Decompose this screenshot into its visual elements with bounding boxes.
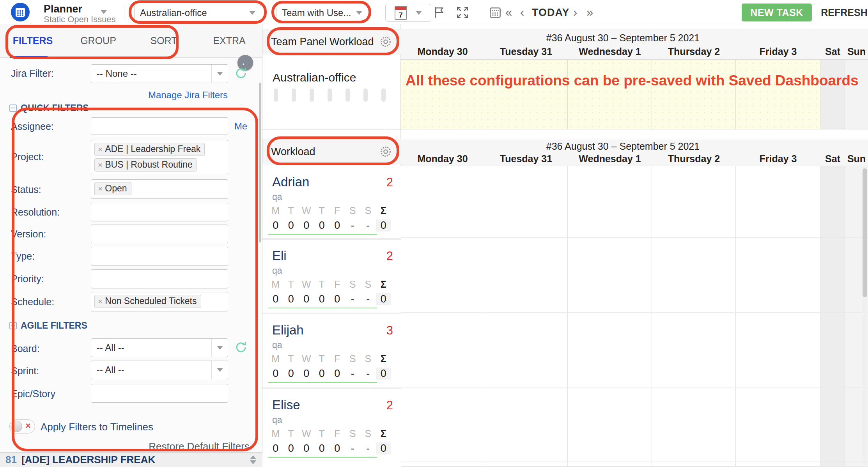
version-input[interactable]	[91, 225, 228, 243]
tab-group[interactable]: GROUP	[66, 24, 131, 57]
jira-filter-select[interactable]: -- None --	[91, 64, 228, 83]
agile-filters-header[interactable]: AGILE FILTERS	[9, 320, 87, 331]
apply-filters-toggle[interactable]: ×	[9, 419, 35, 433]
timeline-cell[interactable]	[401, 313, 484, 387]
sprint-select[interactable]: -- All --	[91, 361, 228, 379]
timeline-cell[interactable]	[568, 387, 652, 462]
me-link[interactable]: Me	[234, 121, 247, 132]
team-timeline-row[interactable]	[401, 60, 868, 129]
refresh-jira-filters-icon[interactable]	[234, 66, 248, 80]
workload-user-card[interactable]: Adrian 2 qa MTWTFSSΣ 00000--0	[262, 166, 401, 238]
timeline-cell[interactable]	[652, 313, 736, 387]
app-subtitle[interactable]: Static Open Issues	[44, 14, 116, 25]
sort-arrows-icon[interactable]	[250, 455, 256, 464]
timeline-cell[interactable]	[568, 60, 652, 129]
timeline-cell-weekend[interactable]	[820, 166, 845, 237]
next-day-icon[interactable]: ›	[573, 5, 577, 19]
timeline-cell-weekend[interactable]	[820, 313, 845, 387]
chip-remove-icon[interactable]: ×	[98, 184, 103, 193]
gear-icon[interactable]	[379, 35, 392, 48]
timeline-cell[interactable]	[652, 238, 736, 312]
chip-remove-icon[interactable]: ×	[98, 297, 103, 306]
user-name[interactable]: Elise	[272, 398, 300, 412]
manage-jira-filters-link[interactable]: Manage Jira Filters	[148, 90, 228, 101]
collapse-box-icon[interactable]	[9, 104, 17, 112]
fullscreen-icon[interactable]	[455, 5, 469, 19]
epic-story-input[interactable]	[91, 384, 228, 403]
user-timeline-row[interactable]	[401, 313, 868, 387]
timeline-cell[interactable]	[401, 60, 484, 129]
timeline-cell[interactable]	[484, 387, 568, 462]
timeline-cell-weekend[interactable]	[820, 60, 845, 129]
timeline-cell[interactable]	[568, 313, 652, 387]
sidebar-scrollbar[interactable]	[259, 83, 261, 242]
user-name[interactable]: Elijah	[272, 323, 304, 338]
status-input[interactable]: ×Open	[91, 179, 228, 199]
resolution-input[interactable]	[91, 203, 228, 221]
timeline-cell[interactable]	[401, 387, 484, 462]
flag-icon[interactable]	[433, 5, 447, 19]
user-timeline-row[interactable]	[401, 387, 868, 462]
workload-user-card[interactable]: Eli 2 qa MTWTFSSΣ 00000--0	[262, 238, 401, 313]
board-select[interactable]: -- All --	[91, 338, 228, 357]
timeline-cell[interactable]	[484, 60, 568, 129]
workload-user-card[interactable]: Elijah 3 qa MTWTFSSΣ 00000--0	[262, 313, 401, 387]
user-name[interactable]: Adrian	[272, 175, 309, 189]
toggle-knob[interactable]	[11, 421, 22, 432]
timeline-cell[interactable]	[736, 462, 820, 466]
timeline-cell-weekend[interactable]	[845, 60, 868, 129]
timeline-cell[interactable]	[736, 313, 820, 387]
timeline-cell[interactable]	[568, 166, 652, 237]
timeline-cell[interactable]	[652, 60, 736, 129]
timeline-cell[interactable]	[484, 313, 568, 387]
user-timeline-row[interactable]	[401, 166, 868, 238]
timeline-cell-weekend[interactable]	[820, 387, 845, 462]
project-group-bar[interactable]: 81 [ADE] LEADERSHIP FREAK	[0, 452, 262, 467]
next-week-icon[interactable]: »	[586, 5, 593, 19]
schedule-input[interactable]: ×Non Scheduled Tickets	[91, 292, 228, 311]
today-button[interactable]: TODAY	[532, 7, 570, 19]
timeline-cell[interactable]	[484, 238, 568, 312]
app-menu-caret-icon[interactable]	[101, 10, 107, 14]
timeline-cell[interactable]	[401, 462, 484, 466]
refresh-boards-icon[interactable]	[234, 340, 248, 354]
new-task-button[interactable]: NEW TASK	[742, 4, 812, 21]
timeline-cell[interactable]	[736, 238, 820, 312]
chip-remove-icon[interactable]: ×	[98, 145, 103, 154]
calendar-icon[interactable]	[488, 5, 502, 19]
timeline-cell[interactable]	[568, 462, 652, 466]
timeline-cell[interactable]	[736, 60, 820, 129]
priority-input[interactable]	[91, 269, 228, 288]
timeline-cell-weekend[interactable]	[820, 462, 845, 466]
gear-icon[interactable]	[379, 145, 392, 158]
quick-filters-header[interactable]: QUICK FILTERS	[9, 103, 89, 113]
chip-remove-icon[interactable]: ×	[98, 160, 103, 169]
timeline-cell[interactable]	[736, 166, 820, 237]
timeline-cell[interactable]	[401, 238, 484, 312]
user-timeline-row[interactable]	[401, 462, 868, 467]
timeline-cell[interactable]	[652, 387, 736, 462]
workload-user-card[interactable]: Elise 2 qa MTWTFSSΣ 00000--0	[262, 387, 401, 467]
user-timeline-row[interactable]	[401, 238, 868, 313]
timeline-cell[interactable]	[568, 238, 652, 312]
timeline-cell[interactable]	[484, 166, 568, 237]
assignee-input[interactable]	[91, 117, 228, 134]
team-select[interactable]: Australian-office	[134, 5, 261, 21]
timeline-cell[interactable]	[652, 462, 736, 466]
timeline-cell[interactable]	[484, 462, 568, 466]
timeline-cell[interactable]	[736, 387, 820, 462]
tab-sort[interactable]: SORT	[131, 24, 197, 57]
scrollbar-thumb[interactable]	[863, 168, 867, 297]
timeline-scrollbar[interactable]	[863, 167, 867, 467]
timeline-cell-weekend[interactable]	[820, 238, 845, 312]
panel-mode-select[interactable]: Team with Use...	[276, 5, 368, 21]
timeline-cell[interactable]	[652, 166, 736, 237]
tab-extra[interactable]: EXTRA	[197, 24, 262, 57]
timeline-cell[interactable]	[401, 166, 484, 237]
days-range-select[interactable]: 7	[385, 4, 431, 22]
prev-day-icon[interactable]: ‹	[520, 5, 524, 19]
team-name[interactable]: Australian-office	[273, 71, 356, 84]
type-input[interactable]	[91, 247, 228, 266]
project-input[interactable]: ×ADE | Leadership Freak ×BUS | Robust Ro…	[91, 140, 228, 174]
prev-week-icon[interactable]: «	[505, 5, 512, 19]
